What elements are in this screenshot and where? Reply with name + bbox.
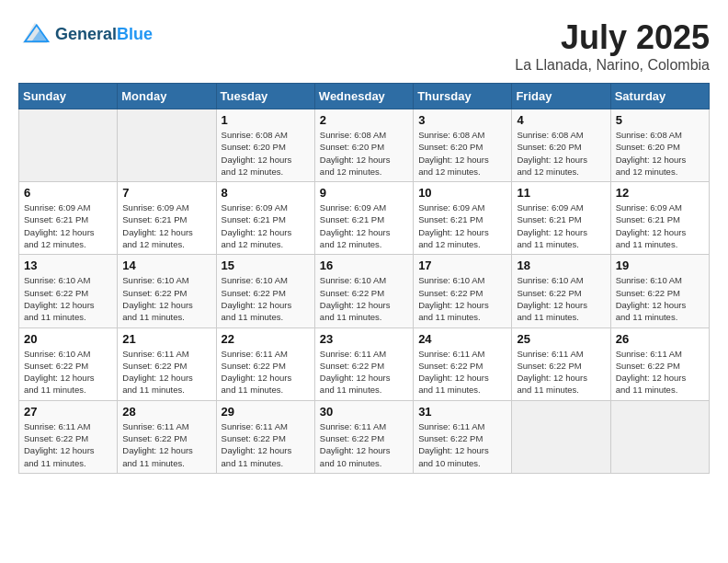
day-number: 24 bbox=[418, 332, 506, 346]
day-info: Sunrise: 6:11 AM Sunset: 6:22 PM Dayligh… bbox=[320, 420, 408, 469]
day-info: Sunrise: 6:10 AM Sunset: 6:22 PM Dayligh… bbox=[418, 274, 506, 323]
day-number: 14 bbox=[122, 259, 210, 272]
day-info: Sunrise: 6:08 AM Sunset: 6:20 PM Dayligh… bbox=[517, 129, 605, 178]
day-info: Sunrise: 6:09 AM Sunset: 6:21 PM Dayligh… bbox=[616, 201, 704, 250]
day-info: Sunrise: 6:11 AM Sunset: 6:22 PM Dayligh… bbox=[320, 348, 408, 396]
day-info: Sunrise: 6:11 AM Sunset: 6:22 PM Dayligh… bbox=[418, 348, 506, 396]
title-block: July 2025 La Llanada, Narino, Colombia bbox=[515, 18, 710, 74]
day-number: 5 bbox=[616, 113, 704, 127]
day-info: Sunrise: 6:09 AM Sunset: 6:21 PM Dayligh… bbox=[418, 201, 506, 250]
calendar-cell: 26Sunrise: 6:11 AM Sunset: 6:22 PM Dayli… bbox=[610, 327, 709, 400]
calendar-cell: 6Sunrise: 6:09 AM Sunset: 6:21 PM Daylig… bbox=[19, 182, 118, 255]
calendar-cell bbox=[610, 400, 709, 473]
day-info: Sunrise: 6:09 AM Sunset: 6:21 PM Dayligh… bbox=[122, 201, 210, 250]
calendar-cell: 24Sunrise: 6:11 AM Sunset: 6:22 PM Dayli… bbox=[414, 327, 512, 400]
calendar-cell: 20Sunrise: 6:10 AM Sunset: 6:22 PM Dayli… bbox=[19, 327, 118, 400]
calendar-cell: 7Sunrise: 6:09 AM Sunset: 6:21 PM Daylig… bbox=[118, 182, 216, 255]
calendar-cell: 9Sunrise: 6:09 AM Sunset: 6:21 PM Daylig… bbox=[314, 182, 413, 255]
calendar-cell: 11Sunrise: 6:09 AM Sunset: 6:21 PM Dayli… bbox=[512, 182, 610, 255]
calendar-week-4: 20Sunrise: 6:10 AM Sunset: 6:22 PM Dayli… bbox=[19, 327, 710, 400]
day-info: Sunrise: 6:08 AM Sunset: 6:20 PM Dayligh… bbox=[616, 129, 704, 178]
logo-icon bbox=[18, 18, 51, 52]
main-title: July 2025 bbox=[515, 18, 710, 57]
day-number: 10 bbox=[418, 186, 506, 200]
calendar-cell: 23Sunrise: 6:11 AM Sunset: 6:22 PM Dayli… bbox=[314, 327, 413, 400]
day-number: 4 bbox=[517, 113, 605, 127]
calendar-body: 1Sunrise: 6:08 AM Sunset: 6:20 PM Daylig… bbox=[19, 109, 710, 474]
column-header-friday: Friday bbox=[512, 84, 610, 109]
calendar-cell: 4Sunrise: 6:08 AM Sunset: 6:20 PM Daylig… bbox=[512, 109, 610, 182]
calendar-cell: 15Sunrise: 6:10 AM Sunset: 6:22 PM Dayli… bbox=[216, 255, 314, 327]
logo: GeneralBlue bbox=[18, 18, 153, 52]
calendar-cell: 8Sunrise: 6:09 AM Sunset: 6:21 PM Daylig… bbox=[216, 182, 314, 255]
day-number: 23 bbox=[320, 332, 408, 346]
day-info: Sunrise: 6:10 AM Sunset: 6:22 PM Dayligh… bbox=[222, 274, 310, 323]
day-info: Sunrise: 6:09 AM Sunset: 6:21 PM Dayligh… bbox=[517, 201, 605, 250]
calendar-cell: 14Sunrise: 6:10 AM Sunset: 6:22 PM Dayli… bbox=[118, 255, 216, 327]
day-number: 3 bbox=[418, 113, 506, 127]
column-header-thursday: Thursday bbox=[414, 84, 512, 109]
day-number: 31 bbox=[418, 405, 506, 419]
calendar-week-1: 1Sunrise: 6:08 AM Sunset: 6:20 PM Daylig… bbox=[19, 109, 710, 182]
day-number: 30 bbox=[320, 405, 408, 419]
calendar-cell: 2Sunrise: 6:08 AM Sunset: 6:20 PM Daylig… bbox=[314, 109, 413, 182]
column-header-sunday: Sunday bbox=[19, 84, 118, 109]
calendar-cell: 10Sunrise: 6:09 AM Sunset: 6:21 PM Dayli… bbox=[414, 182, 512, 255]
day-number: 15 bbox=[222, 259, 310, 272]
day-number: 11 bbox=[517, 186, 605, 200]
calendar-cell: 16Sunrise: 6:10 AM Sunset: 6:22 PM Dayli… bbox=[314, 255, 413, 327]
day-info: Sunrise: 6:11 AM Sunset: 6:22 PM Dayligh… bbox=[616, 348, 704, 396]
calendar-week-5: 27Sunrise: 6:11 AM Sunset: 6:22 PM Dayli… bbox=[19, 400, 710, 473]
day-info: Sunrise: 6:11 AM Sunset: 6:22 PM Dayligh… bbox=[517, 348, 605, 396]
day-info: Sunrise: 6:11 AM Sunset: 6:22 PM Dayligh… bbox=[122, 420, 210, 469]
day-info: Sunrise: 6:09 AM Sunset: 6:21 PM Dayligh… bbox=[222, 201, 310, 250]
calendar-cell: 30Sunrise: 6:11 AM Sunset: 6:22 PM Dayli… bbox=[314, 400, 413, 473]
day-number: 29 bbox=[222, 405, 310, 419]
calendar-cell: 3Sunrise: 6:08 AM Sunset: 6:20 PM Daylig… bbox=[414, 109, 512, 182]
column-header-monday: Monday bbox=[118, 84, 216, 109]
day-number: 6 bbox=[24, 186, 112, 200]
day-number: 19 bbox=[616, 259, 704, 272]
calendar-header: SundayMondayTuesdayWednesdayThursdayFrid… bbox=[19, 84, 710, 109]
calendar-cell bbox=[19, 109, 118, 182]
day-number: 28 bbox=[122, 405, 210, 419]
day-number: 12 bbox=[616, 186, 704, 200]
calendar-cell: 28Sunrise: 6:11 AM Sunset: 6:22 PM Dayli… bbox=[118, 400, 216, 473]
calendar-week-3: 13Sunrise: 6:10 AM Sunset: 6:22 PM Dayli… bbox=[19, 255, 710, 327]
calendar-table: SundayMondayTuesdayWednesdayThursdayFrid… bbox=[18, 83, 710, 474]
day-info: Sunrise: 6:10 AM Sunset: 6:22 PM Dayligh… bbox=[122, 274, 210, 323]
day-number: 22 bbox=[222, 332, 310, 346]
day-number: 21 bbox=[122, 332, 210, 346]
column-header-tuesday: Tuesday bbox=[216, 84, 314, 109]
day-info: Sunrise: 6:11 AM Sunset: 6:22 PM Dayligh… bbox=[222, 348, 310, 396]
day-info: Sunrise: 6:10 AM Sunset: 6:22 PM Dayligh… bbox=[24, 348, 112, 396]
day-info: Sunrise: 6:10 AM Sunset: 6:22 PM Dayligh… bbox=[320, 274, 408, 323]
day-info: Sunrise: 6:09 AM Sunset: 6:21 PM Dayligh… bbox=[24, 201, 112, 250]
header-row: SundayMondayTuesdayWednesdayThursdayFrid… bbox=[19, 84, 710, 109]
day-number: 2 bbox=[320, 113, 408, 127]
calendar-week-2: 6Sunrise: 6:09 AM Sunset: 6:21 PM Daylig… bbox=[19, 182, 710, 255]
day-info: Sunrise: 6:11 AM Sunset: 6:22 PM Dayligh… bbox=[24, 420, 112, 469]
page-header: GeneralBlue July 2025 La Llanada, Narino… bbox=[18, 18, 710, 74]
calendar-cell: 29Sunrise: 6:11 AM Sunset: 6:22 PM Dayli… bbox=[216, 400, 314, 473]
subtitle: La Llanada, Narino, Colombia bbox=[515, 57, 710, 74]
calendar-cell: 22Sunrise: 6:11 AM Sunset: 6:22 PM Dayli… bbox=[216, 327, 314, 400]
day-number: 9 bbox=[320, 186, 408, 200]
calendar-cell: 5Sunrise: 6:08 AM Sunset: 6:20 PM Daylig… bbox=[610, 109, 709, 182]
day-info: Sunrise: 6:10 AM Sunset: 6:22 PM Dayligh… bbox=[616, 274, 704, 323]
day-number: 8 bbox=[222, 186, 310, 200]
calendar-cell: 25Sunrise: 6:11 AM Sunset: 6:22 PM Dayli… bbox=[512, 327, 610, 400]
calendar-cell: 19Sunrise: 6:10 AM Sunset: 6:22 PM Dayli… bbox=[610, 255, 709, 327]
day-info: Sunrise: 6:11 AM Sunset: 6:22 PM Dayligh… bbox=[122, 348, 210, 396]
calendar-cell: 13Sunrise: 6:10 AM Sunset: 6:22 PM Dayli… bbox=[19, 255, 118, 327]
calendar-cell: 1Sunrise: 6:08 AM Sunset: 6:20 PM Daylig… bbox=[216, 109, 314, 182]
day-number: 1 bbox=[222, 113, 310, 127]
calendar-cell bbox=[118, 109, 216, 182]
day-info: Sunrise: 6:11 AM Sunset: 6:22 PM Dayligh… bbox=[418, 420, 506, 469]
calendar-cell: 18Sunrise: 6:10 AM Sunset: 6:22 PM Dayli… bbox=[512, 255, 610, 327]
column-header-saturday: Saturday bbox=[610, 84, 709, 109]
day-info: Sunrise: 6:10 AM Sunset: 6:22 PM Dayligh… bbox=[517, 274, 605, 323]
day-info: Sunrise: 6:08 AM Sunset: 6:20 PM Dayligh… bbox=[222, 129, 310, 178]
day-number: 20 bbox=[24, 332, 112, 346]
column-header-wednesday: Wednesday bbox=[314, 84, 413, 109]
